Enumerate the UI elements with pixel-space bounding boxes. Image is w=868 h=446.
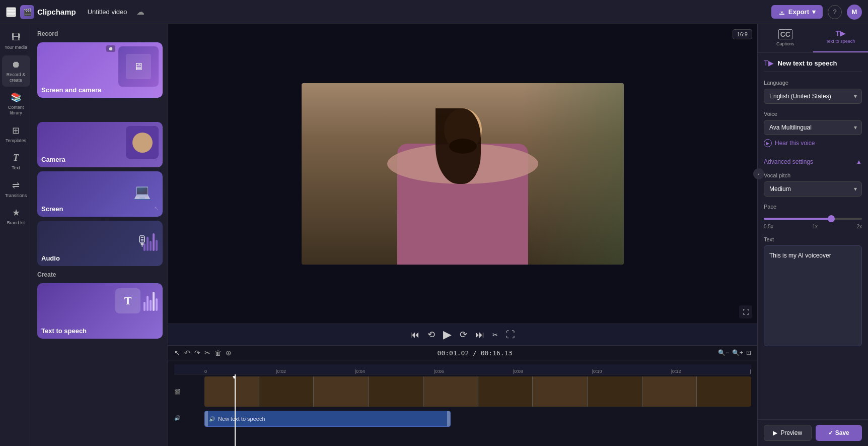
main-layout: 🎞 Your media ⏺ Record & create 📚 Content… [0, 24, 868, 446]
timeline-timecode: 00:01.02 / 00:16.13 [438, 349, 513, 357]
text-field: Text This is my AI voiceover 👆 3 [764, 236, 862, 348]
create-section-title: Create [37, 271, 163, 278]
save-button[interactable]: ✓ Save [816, 425, 862, 441]
record-create-icon: ⏺ [12, 59, 21, 70]
delete-button[interactable]: 🗑 [214, 349, 222, 357]
tts-clip-right-handle[interactable] [447, 411, 450, 426]
sidebar-item-label: Brand kit [7, 220, 25, 226]
fullscreen-preview-button[interactable]: ⛶ [506, 330, 515, 340]
preview-button[interactable]: ▶ Preview [764, 425, 812, 441]
tts-track-label: 🔊 [174, 415, 204, 421]
thumb-frame [204, 376, 259, 407]
rewind-button[interactable]: ⟲ [427, 329, 435, 340]
cursor-hand-1: 👆 [46, 95, 72, 98]
hear-voice-button[interactable]: ▶ Hear this voice [764, 137, 815, 149]
tts-create-card[interactable]: T Text to speech 👆 2 [37, 283, 163, 339]
sidebar-item-templates[interactable]: ⊞ Templates [2, 121, 30, 148]
logo-icon: 🎬 [20, 5, 34, 19]
tts-settings-header: T▶ New text to speech [764, 59, 862, 72]
fast-forward-button[interactable]: ⟳ [460, 329, 467, 340]
thumb-frame [478, 376, 533, 407]
thumb-frame [588, 376, 642, 407]
language-field: Language English (United States) [764, 80, 862, 104]
captions-icon: CC [778, 29, 792, 39]
sidebar-item-your-media[interactable]: 🎞 Your media [2, 28, 30, 54]
go-to-end-button[interactable]: ⏭ [475, 330, 484, 340]
screen-camera-card[interactable]: 🖥 ⏺ Screen and camera 👆 1 [37, 42, 163, 98]
zoom-in-button[interactable]: 🔍+ [732, 349, 743, 356]
sidebar-item-record-create[interactable]: ⏺ Record & create [2, 55, 30, 87]
pace-slider[interactable] [764, 218, 862, 220]
sidebar-item-content-library[interactable]: 📚 Content library [2, 88, 30, 120]
sidebar-item-brand-kit[interactable]: ★ Brand kit [2, 203, 30, 230]
vocal-pitch-select[interactable]: Medium [764, 181, 862, 197]
edit-icon[interactable]: ✂ [492, 331, 498, 339]
screen-camera-label: Screen and camera [41, 86, 101, 94]
sidebar-item-text[interactable]: T Text [2, 149, 30, 175]
screen-card[interactable]: 💻 Screen ↖ [37, 171, 163, 217]
record-section-title: Record [37, 30, 163, 37]
pace-label: Pace [764, 204, 862, 210]
select-tool-button[interactable]: ↖ [174, 349, 180, 357]
pace-min-label: 0.5x [764, 224, 773, 229]
project-title[interactable]: Untitled video [84, 7, 131, 17]
tts-settings-title: New text to speech [778, 59, 837, 67]
camera-thumbnail [126, 126, 159, 159]
pace-mid-label: 1x [812, 224, 818, 229]
export-button[interactable]: Export ▾ [771, 5, 823, 19]
play-button[interactable]: ▶ [443, 328, 452, 341]
text-icon: T [13, 153, 19, 163]
topbar: 🎬 Clipchamp Untitled video ☁ Export ▾ ? … [0, 0, 868, 24]
camera-card[interactable]: Camera [37, 122, 163, 167]
topbar-right: Export ▾ ? M [771, 5, 862, 20]
pace-field: Pace 0.5x 1x 2x [764, 204, 862, 229]
tts-clip-icon: 🔊 [209, 416, 215, 422]
video-track-row: 🎬 [174, 376, 751, 407]
timeline-scroll-area[interactable]: 0 |0:02 |0:04 |0:06 |0:08 |0:10 |0:12 | [168, 360, 757, 446]
logo-text: Clipchamp [37, 8, 76, 16]
pace-max-label: 2x [856, 224, 862, 229]
topbar-left: 🎬 Clipchamp Untitled video ☁ [6, 5, 144, 19]
language-select[interactable]: English (United States) [764, 89, 862, 104]
voice-select[interactable]: Ava Multilingual [764, 120, 862, 135]
transport-bar: ⏮ ⟲ ▶ ⟳ ⏭ ✂ ⛶ [168, 324, 757, 345]
tts-settings-panel: T▶ New text to speech Language English (… [758, 53, 868, 419]
language-select-wrapper: English (United States) [764, 89, 862, 104]
undo-button[interactable]: ↶ [184, 349, 190, 357]
cut-tool-button[interactable]: ✂ [204, 349, 210, 357]
timeline-area: ↖ ↶ ↷ ✂ 🗑 ⊕ 00:01.02 / 00:16.13 🔍− 🔍+ ⊡ [168, 345, 757, 446]
help-button[interactable]: ? [828, 5, 842, 19]
preview-play-icon: ▶ [773, 429, 777, 436]
tts-track-row: 🔊 🔊 New text to speech [174, 409, 751, 427]
video-track[interactable] [204, 376, 751, 407]
templates-icon: ⊞ [12, 125, 20, 136]
menu-button[interactable] [6, 7, 16, 17]
tts-clip[interactable]: 🔊 New text to speech [204, 411, 451, 427]
tts-tab-button[interactable]: T▶ Text to speech [813, 24, 869, 52]
language-label: Language [764, 80, 862, 86]
pace-labels: 0.5x 1x 2x [764, 224, 862, 229]
right-panel: CC Captions T▶ Text to speech T▶ New tex… [757, 24, 868, 446]
voice-label: Voice [764, 111, 862, 117]
fullscreen-button[interactable]: ⛶ [739, 305, 752, 318]
tts-clip-left-handle[interactable] [205, 411, 208, 426]
camera-label: Camera [41, 156, 65, 163]
fit-timeline-button[interactable]: ⊡ [746, 349, 751, 356]
tts-text-input[interactable]: This is my AI voiceover [764, 245, 862, 346]
avatar[interactable]: M [847, 5, 862, 20]
zoom-out-button[interactable]: 🔍− [718, 349, 729, 356]
redo-button[interactable]: ↷ [194, 349, 200, 357]
advanced-settings-toggle[interactable]: Advanced settings ▲ [764, 156, 862, 167]
captions-tab-button[interactable]: CC Captions [758, 24, 813, 52]
add-media-button[interactable]: ⊕ [226, 349, 232, 357]
aspect-ratio-badge[interactable]: 16:9 [733, 29, 752, 39]
sidebar-item-transitions[interactable]: ⇌ Transitions [2, 176, 30, 203]
thumb-frame [314, 376, 369, 407]
play-circle-icon: ▶ [764, 139, 772, 147]
audio-card[interactable]: 🎙 Audio [37, 221, 163, 266]
timeline-toolbar: ↖ ↶ ↷ ✂ 🗑 ⊕ 00:01.02 / 00:16.13 🔍− 🔍+ ⊡ [168, 346, 757, 360]
go-to-start-button[interactable]: ⏮ [410, 330, 419, 340]
video-background [302, 83, 624, 265]
collapse-panel-button[interactable]: ‹ [753, 168, 764, 179]
chevron-up-icon: ▲ [856, 158, 862, 165]
